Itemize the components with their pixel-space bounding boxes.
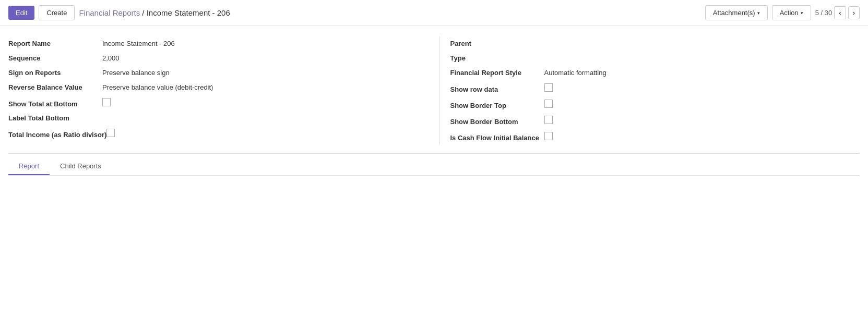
parent-row: Parent xyxy=(450,36,860,51)
label-total-label: Label Total Bottom xyxy=(8,114,102,122)
reverse-balance-value: Preserve balance value (debit-credit) xyxy=(102,83,429,91)
action-caret-icon: ▾ xyxy=(801,10,803,16)
breadcrumb-separator: / xyxy=(142,8,146,17)
parent-label: Parent xyxy=(450,40,544,47)
show-row-data-row: Show row data xyxy=(450,80,860,96)
tabs-container: Report Child Reports xyxy=(8,154,860,176)
pagination: 5 / 30 ‹ › xyxy=(815,6,860,19)
attachments-caret-icon: ▾ xyxy=(757,10,760,16)
show-border-bottom-row: Show Border Bottom xyxy=(450,113,860,129)
label-total-row: Label Total Bottom xyxy=(8,111,429,126)
show-border-bottom-checkbox[interactable] xyxy=(544,116,553,124)
type-label: Type xyxy=(450,54,544,62)
report-name-label: Report Name xyxy=(8,40,102,47)
is-cash-flow-row: Is Cash Flow Initial Balance xyxy=(450,129,860,145)
breadcrumb-parent-link[interactable]: Financial Reports xyxy=(79,8,140,17)
type-row: Type xyxy=(450,51,860,66)
total-income-label: Total Income (as Ratio divisor) xyxy=(8,131,106,139)
create-button[interactable]: Create xyxy=(39,5,75,20)
sequence-label: Sequence xyxy=(8,54,102,62)
pagination-prev-button[interactable]: ‹ xyxy=(834,6,846,19)
show-total-row: Show Total at Bottom xyxy=(8,95,429,111)
is-cash-flow-label: Is Cash Flow Initial Balance xyxy=(450,134,544,142)
tab-report[interactable]: Report xyxy=(8,158,50,175)
top-bar: Edit Create Financial Reports / Income S… xyxy=(0,0,868,26)
sign-on-reports-label: Sign on Reports xyxy=(8,69,102,77)
attachments-label: Attachment(s) xyxy=(713,9,755,17)
form-right: Parent Type Financial Report Style Autom… xyxy=(439,36,860,145)
show-border-top-row: Show Border Top xyxy=(450,96,860,113)
is-cash-flow-checkbox[interactable] xyxy=(544,132,553,140)
show-border-bottom-label: Show Border Bottom xyxy=(450,118,544,126)
total-income-row: Total Income (as Ratio divisor) xyxy=(8,126,429,142)
show-row-data-label: Show row data xyxy=(450,85,544,93)
edit-button[interactable]: Edit xyxy=(8,6,34,20)
show-row-data-checkbox[interactable] xyxy=(544,83,553,92)
pagination-text: 5 / 30 xyxy=(815,9,833,17)
report-name-row: Report Name Income Statement - 206 xyxy=(8,36,429,51)
reverse-balance-label: Reverse Balance Value xyxy=(8,83,102,91)
financial-report-style-label: Financial Report Style xyxy=(450,69,544,77)
action-label: Action xyxy=(780,9,799,17)
sign-on-reports-value: Preserve balance sign xyxy=(102,69,429,77)
breadcrumb: Financial Reports / Income Statement - 2… xyxy=(79,8,700,17)
breadcrumb-current: Income Statement - 206 xyxy=(147,8,230,17)
sign-on-reports-row: Sign on Reports Preserve balance sign xyxy=(8,66,429,80)
tab-child-reports[interactable]: Child Reports xyxy=(50,158,112,175)
reverse-balance-row: Reverse Balance Value Preserve balance v… xyxy=(8,80,429,95)
financial-report-style-row: Financial Report Style Automatic formatt… xyxy=(450,66,860,80)
total-income-checkbox[interactable] xyxy=(106,129,115,137)
show-border-top-checkbox[interactable] xyxy=(544,100,553,108)
report-name-value: Income Statement - 206 xyxy=(102,40,429,47)
sequence-row: Sequence 2,000 xyxy=(8,51,429,66)
form-section: Report Name Income Statement - 206 Seque… xyxy=(8,36,860,145)
sequence-value: 2,000 xyxy=(102,54,429,62)
content-area: Report Name Income Statement - 206 Seque… xyxy=(0,26,868,186)
form-left: Report Name Income Statement - 206 Seque… xyxy=(8,36,429,145)
action-button[interactable]: Action ▾ xyxy=(772,5,811,20)
show-border-top-label: Show Border Top xyxy=(450,102,544,109)
show-total-label: Show Total at Bottom xyxy=(8,100,102,108)
pagination-next-button[interactable]: › xyxy=(848,6,860,19)
attachments-button[interactable]: Attachment(s) ▾ xyxy=(705,5,768,20)
automatic-formatting-value: Automatic formatting xyxy=(544,69,860,77)
show-total-checkbox[interactable] xyxy=(102,98,111,106)
